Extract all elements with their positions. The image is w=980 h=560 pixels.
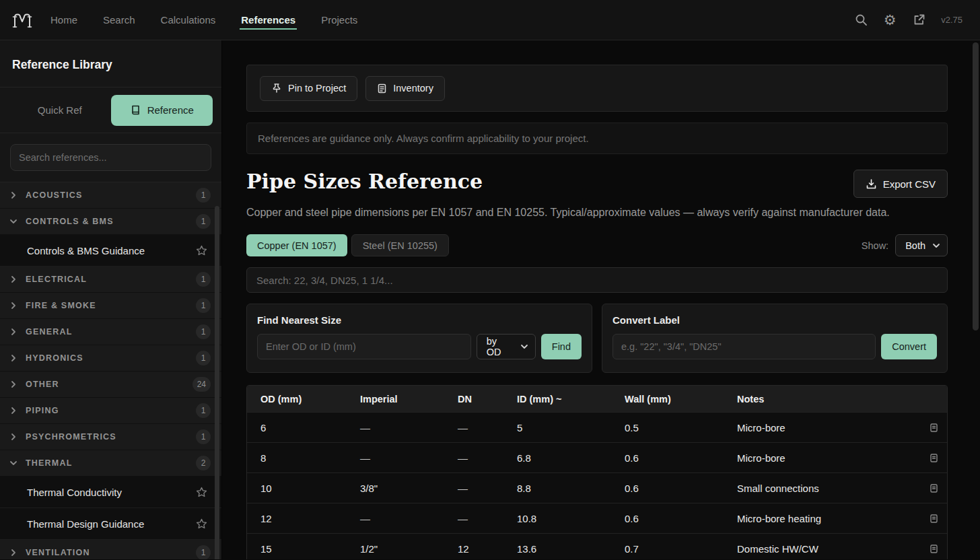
nav-item-projects[interactable]: Projects [320, 1, 359, 39]
quick-ref-toggle[interactable]: Quick Ref [9, 104, 111, 116]
chevron-right-icon [9, 380, 18, 388]
convert-label-panel: Convert Label Convert [602, 304, 948, 373]
row-note-icon[interactable] [911, 514, 939, 524]
inventory-button[interactable]: Inventory [365, 76, 445, 101]
export-csv-label: Export CSV [883, 178, 936, 190]
cell-imperial: 1/2" [360, 543, 458, 555]
category-label: OTHER [26, 380, 193, 389]
table-row[interactable]: 10 3/8" — 8.8 0.6 Small connections [247, 473, 947, 503]
star-icon[interactable] [195, 486, 208, 499]
category-label: HYDRONICS [26, 353, 196, 363]
column-header-wall: Wall (mm) [625, 394, 737, 405]
sidebar-item-thermal-conductivity[interactable]: Thermal Conductivity [0, 477, 221, 508]
nav-item-home[interactable]: Home [49, 1, 79, 39]
column-header-od: OD (mm) [260, 394, 360, 405]
sidebar-item-controls-bms[interactable]: CONTROLS & BMS 1 [0, 209, 221, 235]
sidebar-item-thermal[interactable]: THERMAL 2 [0, 450, 221, 477]
sidebar-title: Reference Library [12, 58, 209, 72]
row-note-icon[interactable] [911, 423, 939, 433]
sidebar-item-controls-bms-guidance[interactable]: Controls & BMS Guidance [0, 235, 221, 267]
cell-od: 8 [260, 452, 360, 464]
cell-od: 6 [260, 422, 360, 433]
cell-dn: — [458, 513, 517, 524]
main-scrollbar[interactable] [973, 42, 979, 330]
chevron-down-icon [520, 343, 528, 351]
guidance-notice: References are guidance only. Always con… [246, 123, 948, 154]
top-navigation-bar: Home Search Calculations References Proj… [0, 0, 980, 40]
chevron-right-icon [9, 191, 18, 199]
sidebar-header: Reference Library [0, 40, 221, 88]
convert-label-input[interactable] [612, 334, 876, 359]
pin-to-project-button[interactable]: Pin to Project [260, 76, 357, 101]
row-note-icon[interactable] [911, 483, 939, 493]
tab-copper[interactable]: Copper (EN 1057) [246, 234, 347, 256]
sidebar-item-hydronics[interactable]: HYDRONICS 1 [0, 345, 221, 372]
cell-imperial: — [360, 422, 458, 433]
show-label: Show: [862, 240, 888, 251]
reference-item-label: Controls & BMS Guidance [27, 245, 195, 256]
find-button[interactable]: Find [541, 334, 582, 359]
table-row[interactable]: 8 — — 6.8 0.6 Micro-bore [247, 442, 947, 473]
find-size-input[interactable] [257, 334, 471, 359]
sidebar-item-other[interactable]: OTHER 24 [0, 372, 221, 398]
nav-item-calculations[interactable]: Calculations [160, 1, 217, 39]
reference-toggle[interactable]: Reference [111, 95, 213, 126]
search-icon[interactable] [854, 13, 868, 27]
export-csv-button[interactable]: Export CSV [853, 170, 948, 198]
chevron-down-icon [932, 242, 940, 250]
sidebar-item-thermal-design-guidance[interactable]: Thermal Design Guidance [0, 508, 221, 540]
sidebar-item-general[interactable]: GENERAL 1 [0, 319, 221, 345]
table-row[interactable]: 12 — — 10.8 0.6 Micro-bore heating [247, 503, 947, 533]
table-row[interactable]: 15 1/2" 12 13.6 0.7 Domestic HW/CW [247, 533, 947, 559]
sidebar-item-psychrometrics[interactable]: PSYCHROMETRICS 1 [0, 424, 221, 450]
reference-library-sidebar: Reference Library Quick Ref Reference AC… [0, 40, 222, 559]
page-title: Pipe Sizes Reference [246, 170, 483, 193]
nav-item-references[interactable]: References [240, 1, 297, 39]
count-badge: 1 [196, 188, 211, 203]
chevron-right-icon [9, 407, 18, 415]
column-header-notes: Notes [737, 394, 911, 405]
find-mode-select[interactable]: by OD [477, 334, 536, 359]
find-nearest-size-title: Find Nearest Size [257, 314, 582, 326]
cell-id: 10.8 [517, 513, 625, 524]
category-label: ACOUSTICS [26, 190, 196, 200]
row-note-icon[interactable] [911, 544, 939, 554]
category-label: PIPING [26, 406, 196, 415]
category-list: ACOUSTICS 1 CONTROLS & BMS 1 Controls & … [0, 182, 221, 559]
category-label: PSYCHROMETRICS [26, 432, 196, 442]
star-icon[interactable] [195, 518, 208, 530]
sidebar-item-piping[interactable]: PIPING 1 [0, 398, 221, 424]
chevron-down-icon [9, 217, 18, 225]
convert-button[interactable]: Convert [881, 334, 937, 359]
sidebar-item-fire-smoke[interactable]: FIRE & SMOKE 1 [0, 293, 221, 319]
tab-steel[interactable]: Steel (EN 10255) [351, 234, 449, 256]
show-select[interactable]: Both [895, 234, 948, 256]
gear-icon[interactable]: ⚙ [883, 13, 897, 27]
star-icon[interactable] [195, 244, 208, 257]
sidebar-item-ventilation[interactable]: VENTILATION 1 [0, 540, 221, 559]
count-badge: 1 [196, 351, 211, 365]
sidebar-item-acoustics[interactable]: ACOUSTICS 1 [0, 182, 221, 209]
nav-item-search[interactable]: Search [102, 1, 137, 39]
app-logo-pipes-m-icon[interactable] [10, 9, 34, 32]
table-row[interactable]: 6 — — 5 0.5 Micro-bore [247, 412, 947, 442]
document-icon [377, 83, 387, 94]
app-version: v2.75 [941, 15, 963, 25]
count-badge: 1 [196, 324, 211, 339]
sidebar-scrollbar[interactable] [215, 206, 219, 559]
pipe-sizes-table: OD (mm) Imperial DN ID (mm) ~ Wall (mm) … [246, 385, 948, 559]
count-badge: 1 [196, 298, 211, 313]
reference-toggle-label: Reference [147, 104, 194, 116]
table-search-input[interactable] [246, 267, 948, 293]
sidebar-item-electrical[interactable]: ELECTRICAL 1 [0, 267, 221, 293]
sidebar-search-input[interactable] [10, 144, 211, 171]
topbar-actions: ⚙ v2.75 [854, 13, 963, 27]
find-mode-value: by OD [487, 336, 514, 357]
row-note-icon[interactable] [911, 453, 939, 463]
primary-nav: Home Search Calculations References Proj… [49, 1, 359, 39]
count-badge: 24 [193, 377, 211, 392]
cell-id: 5 [517, 422, 625, 433]
column-header-dn: DN [458, 394, 517, 405]
convert-label-title: Convert Label [612, 314, 937, 326]
external-link-icon[interactable] [912, 13, 925, 27]
